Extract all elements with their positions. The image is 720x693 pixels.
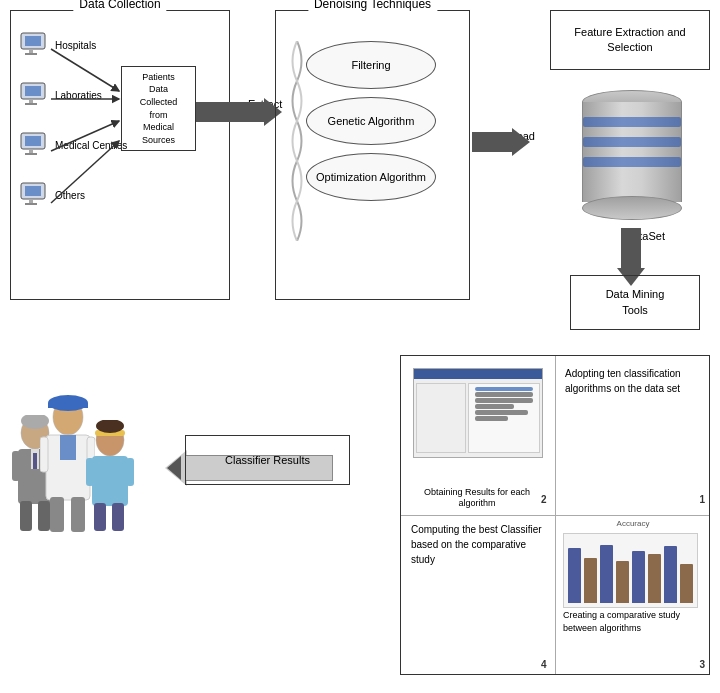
svg-rect-14 (29, 199, 33, 203)
creating-text: Creating a comparative study between alg… (559, 609, 707, 634)
top-section: Data Collection Hospitals (10, 10, 710, 330)
svg-rect-7 (25, 103, 37, 105)
db-stripe-3 (583, 157, 681, 167)
people-group (10, 395, 170, 575)
svg-rect-2 (29, 49, 33, 53)
svg-rect-41 (92, 456, 128, 506)
classifier-label: Classifier Results (225, 454, 310, 466)
extract-arrow (196, 98, 282, 126)
bar-2 (584, 558, 597, 604)
db-stripe-1 (583, 117, 681, 127)
others-label: Others (55, 190, 85, 201)
sources-list: Hospitals Laboraties (19, 31, 127, 209)
denoising-box: Denoising Techniques Filtering Genetic A… (275, 10, 470, 300)
svg-rect-15 (25, 203, 37, 205)
denoising-ellipses: Filtering Genetic Algorithm Optimization… (306, 41, 436, 201)
svg-rect-3 (25, 53, 37, 55)
source-labs: Laboraties (19, 81, 127, 109)
denoising-label: Denoising Techniques (308, 0, 437, 11)
source-others: Others (19, 181, 127, 209)
bottom-section: Classifier Results (10, 355, 710, 685)
feature-extraction-box: Feature Extraction and Selection (550, 10, 710, 70)
quadrant-screenshot: Obtaining Results for each algorithm (405, 360, 553, 512)
chart-title: Accuracy (559, 519, 707, 528)
step-num-1: 1 (699, 494, 705, 505)
db-stripe-2 (583, 137, 681, 147)
v-divider (555, 356, 556, 674)
person-figure-3 (85, 420, 135, 535)
step-num-4: 4 (541, 659, 547, 670)
svg-rect-42 (86, 458, 94, 486)
load-arrow (472, 128, 530, 156)
quadrant-adopting: Adopting ten classification algorithms o… (559, 360, 707, 512)
svg-rect-5 (25, 86, 41, 96)
quadrant-barchart: Accuracy Creating a comparative study be… (559, 516, 707, 671)
patients-data-box: PatientsDataCollectedfromMedicalSources (121, 66, 196, 151)
computer-icon-others (19, 181, 51, 209)
svg-rect-44 (94, 503, 106, 531)
person-3 (85, 420, 135, 537)
steps-panel: Obtaining Results for each algorithm 2 A… (400, 355, 710, 675)
svg-rect-25 (12, 451, 20, 481)
labs-label: Laboraties (55, 90, 102, 101)
computer-icon-labs (19, 81, 51, 109)
adopting-text: Adopting ten classification algorithms o… (565, 368, 681, 394)
patients-text: PatientsDataCollectedfromMedicalSources (140, 71, 178, 147)
data-collection-box: Data Collection Hospitals (10, 10, 230, 300)
db-body (582, 102, 682, 202)
hospitals-label: Hospitals (55, 40, 96, 51)
bar-4 (616, 561, 629, 603)
svg-rect-45 (112, 503, 124, 531)
svg-rect-24 (33, 453, 37, 469)
svg-rect-43 (126, 458, 134, 486)
bar-8 (680, 564, 693, 603)
bar-3 (600, 545, 613, 604)
svg-rect-27 (20, 501, 32, 531)
svg-rect-31 (48, 403, 88, 408)
bar-chart (563, 533, 698, 608)
svg-rect-33 (60, 435, 76, 460)
genetic-ellipse: Genetic Algorithm (306, 97, 436, 145)
datamining-label: Data MiningTools (606, 287, 665, 318)
svg-rect-9 (25, 136, 41, 146)
computing-text: Computing the best Classifier based on t… (411, 524, 542, 565)
mini-screenshot (413, 368, 543, 458)
data-collection-label: Data Collection (73, 0, 166, 11)
svg-rect-36 (50, 497, 64, 532)
step-num-3: 3 (699, 659, 705, 670)
bar-7 (664, 546, 677, 603)
dna-icon (286, 41, 308, 241)
svg-rect-11 (25, 153, 37, 155)
classifier-results-box: Classifier Results (185, 435, 350, 485)
computer-icon-medical (19, 131, 51, 159)
step-num-2: 2 (541, 494, 547, 505)
medical-label: Medical Centres (55, 140, 127, 151)
obtaining-label: Obtaining Results for each algorithm (407, 487, 547, 510)
bar-6 (648, 554, 661, 603)
source-medical: Medical Centres (19, 131, 127, 159)
optimization-ellipse: Optimization Algorithm (306, 153, 436, 201)
db-bottom (582, 196, 682, 220)
quadrant-computing: Computing the best Classifier based on t… (405, 516, 553, 671)
svg-rect-34 (40, 437, 48, 472)
svg-rect-10 (29, 149, 33, 153)
bar-1 (568, 548, 581, 603)
datamining-box: Data MiningTools (570, 275, 700, 330)
database-cylinder (582, 90, 682, 220)
filtering-ellipse: Filtering (306, 41, 436, 89)
feature-label: Feature Extraction and Selection (551, 25, 709, 56)
svg-rect-1 (25, 36, 41, 46)
source-hospitals: Hospitals (19, 31, 127, 59)
svg-rect-37 (71, 497, 85, 532)
svg-rect-6 (29, 99, 33, 103)
computer-icon-hospitals (19, 31, 51, 59)
bar-5 (632, 551, 645, 603)
svg-rect-13 (25, 186, 41, 196)
